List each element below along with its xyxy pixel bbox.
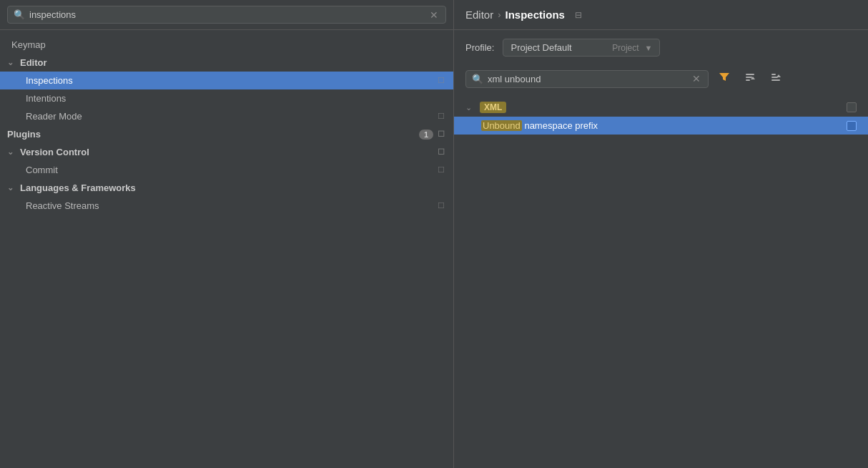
item-label-rest: namespace prefix xyxy=(524,120,598,131)
svg-rect-0 xyxy=(746,74,754,75)
breadcrumb-parent: Editor xyxy=(465,9,493,21)
sidebar-item-intentions[interactable]: Intentions xyxy=(0,89,453,107)
filter-row: 🔍 ✕ xyxy=(454,65,868,92)
sidebar-item-inspections[interactable]: Inspections ☐ xyxy=(0,72,453,89)
sidebar-item-reactive-streams[interactable]: Reactive Streams ☐ xyxy=(0,197,453,215)
right-header: Editor › Inspections ⊟ xyxy=(454,0,868,30)
sidebar-item-label: Version Control xyxy=(20,147,433,157)
filter-search-wrap[interactable]: 🔍 ✕ xyxy=(465,70,709,88)
sidebar-item-keymap[interactable]: Keymap xyxy=(0,36,453,54)
breadcrumb-current: Inspections xyxy=(505,9,565,21)
sidebar-item-label: Languages & Frameworks xyxy=(20,182,445,193)
page-icon: ☐ xyxy=(438,147,445,157)
window-icon: ⊟ xyxy=(575,10,582,20)
chevron-down-icon: ⌄ xyxy=(7,58,16,67)
filter-search-input[interactable] xyxy=(488,74,686,84)
sidebar-item-label: Reactive Streams xyxy=(26,200,433,211)
chevron-down-icon: ⌄ xyxy=(7,183,16,192)
tree-group-xml[interactable]: ⌄ XML xyxy=(454,98,868,117)
chevron-down-icon: ⌄ xyxy=(465,103,474,112)
search-input-wrap[interactable]: 🔍 ✕ xyxy=(7,6,446,24)
profile-name: Project Default xyxy=(511,42,606,53)
sort-icon-2 xyxy=(770,72,781,83)
right-panel: Editor › Inspections ⊟ Profile: Project … xyxy=(454,0,868,468)
xml-group-checkbox[interactable] xyxy=(847,102,857,112)
page-icon: ☐ xyxy=(438,201,445,210)
clear-search-button[interactable]: ✕ xyxy=(428,10,440,20)
page-icon: ☐ xyxy=(438,112,445,121)
inspection-tree: ⌄ XML Unbound namespace prefix xyxy=(454,92,868,468)
search-icon: 🔍 xyxy=(472,74,483,84)
dropdown-arrow-icon: ▼ xyxy=(645,44,653,52)
tree-item-unbound-namespace[interactable]: Unbound namespace prefix xyxy=(454,117,868,135)
sidebar-item-label: Commit xyxy=(26,165,433,175)
sidebar-item-label: Plugins xyxy=(7,129,415,140)
sidebar-item-label: Reader Mode xyxy=(26,111,433,122)
sidebar-item-plugins[interactable]: Plugins 1 ☐ xyxy=(0,125,453,143)
chevron-down-icon: ⌄ xyxy=(7,147,16,157)
sidebar-item-languages-frameworks[interactable]: ⌄ Languages & Frameworks xyxy=(0,179,453,197)
filter-icon xyxy=(719,72,730,83)
plugins-badge: 1 xyxy=(419,130,433,140)
sidebar-item-editor[interactable]: ⌄ Editor xyxy=(0,54,453,72)
svg-rect-1 xyxy=(746,77,752,78)
unbound-namespace-checkbox[interactable] xyxy=(847,121,857,131)
sidebar-item-commit[interactable]: Commit ☐ xyxy=(0,161,453,179)
svg-rect-2 xyxy=(746,79,750,81)
search-input[interactable] xyxy=(29,9,424,20)
sort-icon-1 xyxy=(744,72,756,83)
svg-rect-6 xyxy=(771,79,780,81)
sidebar-item-label: Keymap xyxy=(11,39,445,50)
profile-dropdown[interactable]: Project Default Project ▼ xyxy=(503,39,660,57)
sidebar-item-label: Inspections xyxy=(26,75,433,86)
breadcrumb: Editor › Inspections xyxy=(465,9,565,21)
highlight-text: Unbound xyxy=(481,120,522,131)
filter-button[interactable] xyxy=(714,69,734,88)
svg-rect-4 xyxy=(771,74,776,75)
sidebar-item-label: Editor xyxy=(20,57,445,68)
sort-button-2[interactable] xyxy=(766,69,786,88)
page-icon: ☐ xyxy=(438,165,445,175)
search-bar: 🔍 ✕ xyxy=(0,0,453,30)
left-panel: 🔍 ✕ Keymap ⌄ Editor Inspections ☐ Intent… xyxy=(0,0,454,468)
tree-item-label: Unbound namespace prefix xyxy=(481,120,841,131)
profile-row: Profile: Project Default Project ▼ xyxy=(454,30,868,65)
page-icon: ☐ xyxy=(438,130,445,139)
search-icon: 🔍 xyxy=(14,9,25,20)
sidebar-item-reader-mode[interactable]: Reader Mode ☐ xyxy=(0,107,453,125)
svg-marker-7 xyxy=(776,74,781,77)
profile-label: Profile: xyxy=(465,42,494,53)
sidebar-item-label: Intentions xyxy=(26,93,445,104)
profile-tag: Project xyxy=(612,43,638,53)
page-icon: ☐ xyxy=(438,76,445,85)
breadcrumb-separator: › xyxy=(498,9,500,20)
nav-list: Keymap ⌄ Editor Inspections ☐ Intentions… xyxy=(0,30,453,468)
clear-filter-button[interactable]: ✕ xyxy=(691,74,702,84)
sidebar-item-version-control[interactable]: ⌄ Version Control ☐ xyxy=(0,143,453,161)
xml-badge: XML xyxy=(480,102,506,113)
sort-button-1[interactable] xyxy=(740,69,760,88)
